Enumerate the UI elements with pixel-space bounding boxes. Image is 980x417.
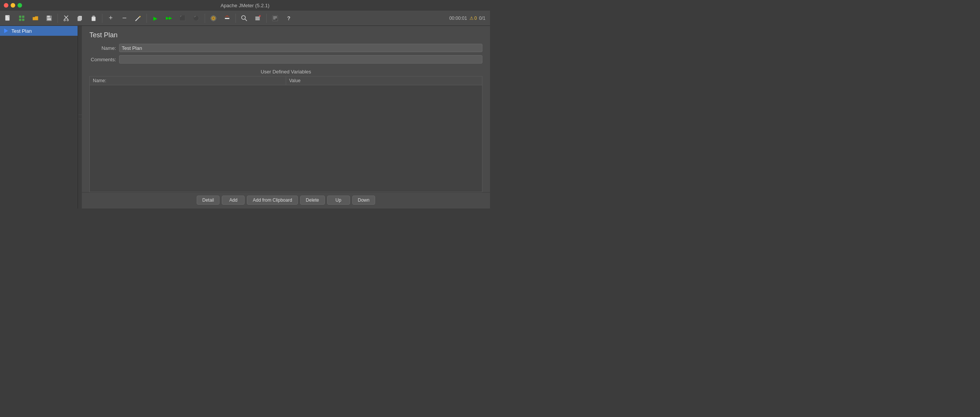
shutdown-button[interactable]: ⚫	[190, 12, 203, 24]
function-helper-button[interactable]	[269, 12, 282, 24]
minimize-button[interactable]	[11, 3, 15, 8]
run-no-pause-button[interactable]: ▶▶	[162, 12, 175, 24]
paste-button[interactable]	[87, 12, 100, 24]
new-button[interactable]	[2, 12, 14, 24]
variables-title: User Defined Variables	[89, 69, 482, 75]
detail-button[interactable]: Detail	[197, 196, 220, 205]
svg-point-22	[242, 16, 245, 19]
svg-rect-7	[47, 18, 51, 20]
svg-rect-25	[255, 18, 260, 19]
comments-row: Comments:	[82, 54, 490, 65]
svg-rect-14	[92, 17, 95, 21]
resizer-handle: ⋮⋮	[78, 113, 82, 121]
toolbar-timer-area: 00:00:01 ⚠ 0 0/1	[449, 16, 488, 21]
svg-rect-6	[47, 16, 50, 18]
svg-point-10	[64, 19, 65, 21]
warning-count: 0	[474, 16, 477, 21]
timer-value: 00:00:01	[449, 16, 467, 21]
delete-button[interactable]: Delete	[300, 196, 325, 205]
test-plan-icon	[3, 28, 9, 34]
name-row: Name:	[82, 42, 490, 54]
cut-button[interactable]	[60, 12, 73, 24]
run-counter: 0/1	[479, 16, 485, 21]
help-icon: ?	[287, 15, 291, 21]
remote-stop-button[interactable]	[221, 12, 234, 24]
svg-rect-21	[225, 18, 229, 19]
svg-rect-3	[19, 19, 21, 21]
add-button[interactable]: +	[104, 12, 117, 24]
main-layout: Test Plan ⋮⋮ Test Plan Name: Comments: U…	[0, 26, 490, 208]
svg-rect-24	[255, 17, 260, 18]
down-button[interactable]: Down	[352, 196, 375, 205]
svg-rect-29	[272, 16, 278, 21]
svg-marker-33	[4, 29, 8, 33]
svg-line-18	[135, 20, 137, 21]
variables-table: Name: Value	[90, 76, 482, 85]
add-from-clipboard-button[interactable]: Add from Clipboard	[247, 196, 298, 205]
svg-point-20	[213, 18, 214, 19]
svg-line-23	[245, 19, 247, 21]
stop-button[interactable]: ⬛	[176, 12, 189, 24]
variables-table-container: Name: Value	[89, 76, 482, 192]
traffic-lights	[4, 3, 22, 8]
svg-rect-4	[22, 19, 24, 21]
help-button[interactable]: ?	[282, 12, 295, 24]
separator-6	[266, 14, 267, 23]
up-button[interactable]: Up	[327, 196, 350, 205]
variables-section: User Defined Variables Name: Value	[89, 69, 482, 192]
open-templates-button[interactable]	[15, 12, 28, 24]
remove-icon: −	[122, 14, 127, 22]
toolbar: + − ▶ ▶▶ ⬛ ⚫	[0, 11, 490, 26]
separator-1	[57, 14, 58, 23]
content-title: Test Plan	[82, 26, 490, 42]
remove-button[interactable]: −	[118, 12, 131, 24]
svg-rect-15	[92, 16, 95, 17]
run-icon: ▶	[153, 15, 158, 21]
warning-badge: ⚠ 0	[469, 16, 477, 21]
svg-rect-26	[255, 19, 260, 20]
content-area: Test Plan Name: Comments: User Defined V…	[82, 26, 490, 208]
run-button[interactable]: ▶	[149, 12, 162, 24]
svg-rect-0	[5, 15, 10, 21]
col-header-value: Value	[286, 76, 482, 85]
close-button[interactable]	[4, 3, 8, 8]
separator-3	[146, 14, 147, 23]
titlebar: Apache JMeter (5.2.1)	[0, 0, 490, 11]
clear-all-button[interactable]	[251, 12, 264, 24]
svg-rect-2	[22, 16, 24, 18]
search-button[interactable]	[238, 12, 251, 24]
window-title: Apache JMeter (5.2.1)	[221, 3, 270, 8]
warning-icon: ⚠	[469, 16, 474, 21]
comments-input[interactable]	[119, 55, 482, 64]
remote-start-button[interactable]	[207, 12, 220, 24]
add-icon: +	[109, 14, 113, 22]
separator-4	[205, 14, 205, 23]
svg-marker-17	[139, 16, 141, 17]
maximize-button[interactable]	[18, 3, 22, 8]
name-label: Name:	[89, 45, 116, 51]
svg-point-11	[67, 19, 68, 21]
separator-5	[235, 14, 236, 23]
add-variable-button[interactable]: Add	[222, 196, 245, 205]
copy-button[interactable]	[73, 12, 86, 24]
save-button[interactable]	[43, 12, 56, 24]
sidebar: Test Plan	[0, 26, 78, 208]
clear-button[interactable]	[132, 12, 145, 24]
comments-label: Comments:	[89, 57, 116, 62]
svg-rect-13	[78, 17, 81, 21]
svg-rect-1	[19, 16, 21, 18]
stop-icon: ⬛	[180, 15, 186, 21]
col-header-name: Name:	[90, 76, 286, 85]
separator-2	[102, 14, 102, 23]
sidebar-resizer[interactable]: ⋮⋮	[78, 26, 82, 208]
sidebar-item-label: Test Plan	[11, 28, 32, 34]
sidebar-item-test-plan[interactable]: Test Plan	[0, 26, 78, 36]
bottom-buttons: Detail Add Add from Clipboard Delete Up …	[82, 192, 490, 208]
shutdown-icon: ⚫	[193, 15, 199, 21]
name-input[interactable]	[119, 44, 482, 52]
open-button[interactable]	[29, 12, 42, 24]
run-no-pause-icon: ▶▶	[166, 16, 172, 21]
